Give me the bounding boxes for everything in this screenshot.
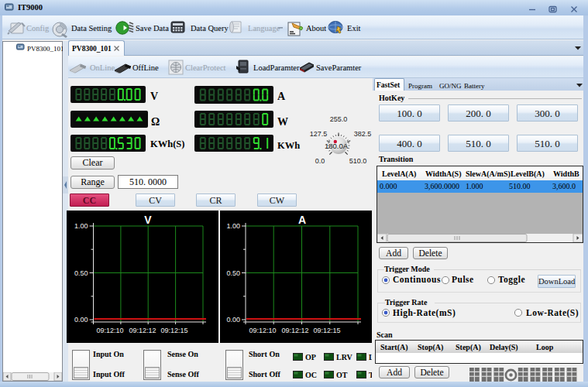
svg-text:0.00: 0.00	[74, 316, 88, 324]
svg-text:09:12:10: 09:12:10	[96, 327, 123, 334]
svg-text:09:12:12: 09:12:12	[281, 327, 308, 334]
svg-text:V: V	[144, 214, 152, 226]
svg-text:1.00: 1.00	[74, 222, 88, 230]
svg-text:09:12:15: 09:12:15	[313, 327, 340, 334]
svg-text:0.50: 0.50	[74, 269, 88, 277]
svg-text:255.0: 255.0	[330, 115, 348, 123]
svg-text:510.0: 510.0	[349, 157, 367, 165]
svg-text:A: A	[298, 214, 306, 226]
svg-text:0.00: 0.00	[226, 316, 240, 324]
svg-text:09:12:12: 09:12:12	[129, 327, 156, 334]
svg-text:180.0A: 180.0A	[325, 142, 349, 150]
svg-text:382.5: 382.5	[354, 130, 372, 138]
svg-text:127.5: 127.5	[310, 130, 328, 138]
svg-text:09:12:10: 09:12:10	[249, 327, 276, 334]
svg-text:0.0: 0.0	[315, 157, 325, 165]
svg-text:1.00: 1.00	[226, 222, 240, 230]
svg-text:0.50: 0.50	[226, 269, 240, 277]
svg-text:09:12:15: 09:12:15	[160, 327, 187, 334]
